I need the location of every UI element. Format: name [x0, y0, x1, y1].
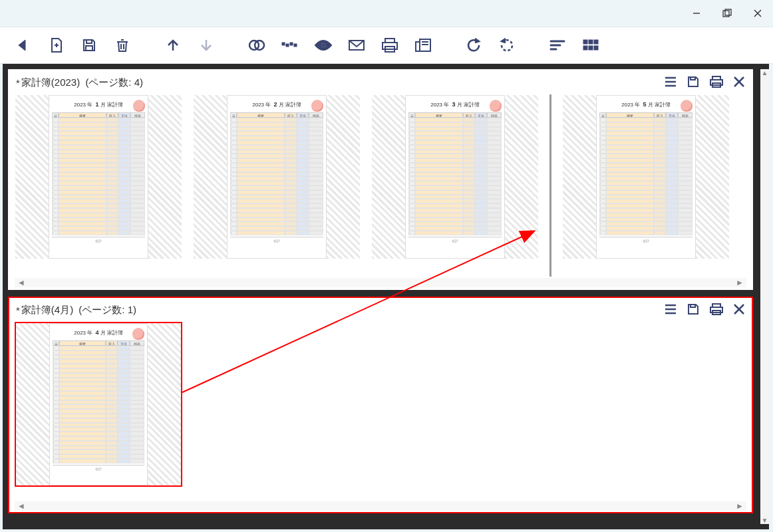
- print-icon[interactable]: [709, 303, 724, 318]
- down-arrow-icon[interactable]: [197, 36, 216, 55]
- eye-icon[interactable]: [314, 36, 333, 55]
- window-minimize[interactable]: [681, 0, 712, 27]
- page-thumb[interactable]: 2023 年 2月 家計簿 日付 摘要 収入 支出 残高 ///////////…: [193, 94, 361, 259]
- page-thumb[interactable]: 2023 年 3月 家計簿 日付 摘要 収入 支出 残高 ///////////…: [371, 94, 539, 259]
- drop-indicator: [549, 94, 551, 277]
- save-icon[interactable]: [687, 75, 700, 90]
- doc-title: 家計簿(4月): [21, 304, 73, 317]
- overlap-icon[interactable]: [247, 36, 266, 55]
- doc-title: 家計簿(2023): [21, 76, 80, 89]
- document-panel-1: * 家計簿(2023) (ページ数: 4) 2023 年: [8, 69, 753, 290]
- page-thumb[interactable]: 2023 年 4月 家計簿 日付 摘要 収入 支出 残高 ///////////…: [15, 322, 182, 487]
- titlebar: [0, 0, 773, 27]
- fax-icon[interactable]: [414, 36, 432, 55]
- window-close[interactable]: [742, 0, 773, 27]
- sort-icon[interactable]: [548, 36, 567, 55]
- workspace: ▲▼ * 家計簿(2023) (ページ数: 4): [3, 64, 769, 529]
- new-page-icon[interactable]: [47, 36, 65, 55]
- svg-rect-21: [294, 44, 297, 47]
- horizontal-scrollbar[interactable]: ◄►: [15, 278, 746, 287]
- dither-icon[interactable]: [281, 36, 299, 55]
- page-thumb[interactable]: 2023 年 1月 家計簿 日付 摘要 収入 支出 残高 ///////////…: [15, 94, 182, 259]
- piggy-icon: [133, 100, 145, 112]
- svg-rect-18: [282, 43, 285, 45]
- doc-modified-marker: *: [16, 77, 20, 88]
- vertical-scrollbar[interactable]: ▲▼: [760, 69, 769, 524]
- back-icon[interactable]: [13, 36, 32, 55]
- mini-rows: //////////////////////////: [52, 118, 145, 235]
- doc-modified-marker: *: [16, 305, 20, 316]
- up-arrow-icon[interactable]: [164, 36, 182, 55]
- page-thumb[interactable]: 2023 年 5月 家計簿 日付 摘要 収入 支出 残高 ///////////…: [562, 94, 730, 259]
- svg-rect-39: [589, 46, 593, 50]
- svg-rect-20: [290, 43, 293, 45]
- grid-icon[interactable]: [581, 36, 600, 55]
- doc-page-count: (ページ数: 4): [85, 76, 143, 89]
- rotate-ccw-icon[interactable]: [464, 36, 483, 55]
- save-icon[interactable]: [687, 303, 700, 318]
- svg-rect-38: [583, 46, 587, 50]
- svg-rect-8: [86, 40, 92, 43]
- svg-rect-9: [86, 46, 92, 51]
- svg-rect-35: [583, 40, 587, 44]
- svg-rect-37: [594, 40, 598, 44]
- close-icon[interactable]: [733, 76, 745, 90]
- print-icon[interactable]: [381, 36, 399, 55]
- doc-page-count: (ページ数: 1): [78, 304, 136, 317]
- close-icon[interactable]: [733, 303, 745, 317]
- rotate-cw-icon[interactable]: [498, 36, 516, 55]
- trash-icon[interactable]: [113, 36, 132, 55]
- piggy-icon: [490, 100, 502, 112]
- document-panel-2: * 家計簿(4月) (ページ数: 1) 2023 年 4月: [8, 297, 753, 513]
- piggy-icon: [681, 100, 693, 112]
- menu-icon[interactable]: [664, 303, 677, 317]
- svg-marker-5: [19, 40, 25, 51]
- main-toolbar: [0, 27, 773, 64]
- svg-rect-40: [594, 46, 598, 50]
- horizontal-scrollbar[interactable]: ◄►: [15, 501, 746, 511]
- svg-rect-44: [691, 77, 695, 80]
- svg-rect-53: [691, 305, 695, 307]
- print-icon[interactable]: [709, 75, 724, 90]
- svg-point-23: [322, 44, 325, 47]
- window-maximize[interactable]: [712, 0, 742, 27]
- svg-rect-19: [286, 44, 289, 47]
- menu-icon[interactable]: [664, 76, 677, 90]
- piggy-icon: [311, 100, 323, 112]
- save-icon[interactable]: [80, 36, 98, 55]
- piggy-icon: [132, 328, 144, 340]
- svg-rect-36: [589, 40, 593, 44]
- mail-icon[interactable]: [347, 36, 366, 55]
